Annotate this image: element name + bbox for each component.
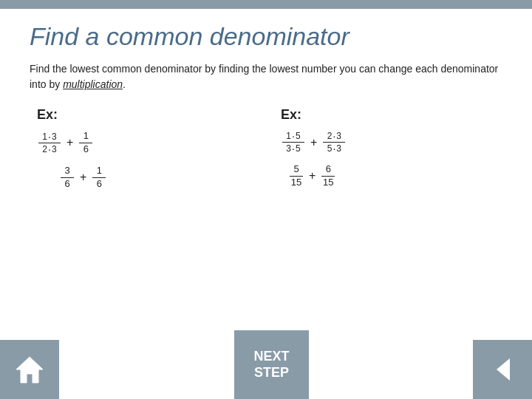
home-button[interactable]: [0, 340, 59, 399]
cdot2: ·: [48, 143, 51, 155]
right-frac3-den: 15: [291, 177, 301, 189]
plus-4: +: [309, 169, 316, 183]
right-frac-2: 2·3 5·3: [323, 130, 345, 154]
left-frac2-den: 6: [83, 143, 89, 156]
right-frac-4: 6 15: [321, 163, 335, 189]
left-frac4-den: 6: [97, 178, 102, 191]
right-frac4-num: 6: [326, 163, 331, 176]
description: Find the lowest common denominator by fi…: [30, 61, 502, 92]
right-frac-1: 1·5 3·5: [282, 130, 304, 154]
right-frac1-num: 1·5: [286, 130, 300, 142]
left-frac-2: 1 6: [79, 130, 92, 156]
svg-marker-1: [497, 358, 510, 381]
left-frac-3: 3 6: [61, 165, 74, 191]
top-bar: [0, 0, 532, 9]
left-frac2-num: 1: [83, 130, 89, 143]
left-frac-1: 1·3 2·3: [38, 131, 61, 155]
left-expr-1: 1·3 2·3 + 1 6: [37, 130, 94, 156]
plus-1: +: [66, 136, 73, 149]
plus-2: +: [80, 171, 86, 184]
left-frac1-den: 2·3: [42, 143, 56, 155]
plus-3: +: [310, 136, 317, 149]
cdot5: ·: [332, 130, 335, 142]
page-title: Find a common denominator: [30, 22, 502, 51]
right-frac2-den: 5·3: [327, 143, 341, 154]
examples-row: Ex: 1·3 2·3 + 1 6 3: [30, 107, 502, 197]
left-frac4-num: 1: [97, 165, 102, 177]
next-step-button[interactable]: NEXT STEP: [234, 330, 309, 399]
left-frac3-num: 3: [64, 165, 69, 177]
description-italic: multiplication: [63, 78, 123, 90]
ex-label-right: Ex:: [281, 107, 301, 123]
svg-marker-0: [16, 357, 43, 383]
right-frac1-den: 3·5: [286, 143, 300, 154]
next-step-line2: STEP: [254, 365, 289, 381]
left-frac-4: 1 6: [92, 165, 106, 191]
right-expr-2: 5 15 + 6 15: [288, 163, 336, 189]
left-frac3-den: 6: [64, 178, 69, 191]
next-step-line1: NEXT: [253, 349, 289, 365]
right-expr-1: 1·5 3·5 + 2·3 5·3: [281, 130, 347, 154]
cdot1: ·: [48, 131, 51, 143]
right-frac-3: 5 15: [290, 163, 303, 189]
arrow-icon: [488, 355, 517, 384]
cdot3: ·: [292, 130, 295, 142]
right-frac4-den: 15: [323, 177, 333, 189]
example-right: Ex: 1·5 3·5 + 2·3 5·3 5: [259, 107, 502, 195]
example-left: Ex: 1·3 2·3 + 1 6 3: [30, 107, 259, 197]
right-frac3-num: 5: [293, 163, 299, 176]
back-button[interactable]: [473, 340, 532, 399]
right-frac2-num: 2·3: [327, 130, 341, 142]
cdot6: ·: [332, 143, 335, 154]
ex-label-left: Ex:: [37, 107, 58, 123]
left-frac1-num: 1·3: [42, 131, 56, 143]
content-area: Find a common denominator Find the lowes…: [0, 9, 532, 204]
house-icon: [13, 353, 46, 386]
cdot4: ·: [292, 143, 295, 154]
left-expr-2: 3 6 + 1 6: [59, 165, 107, 191]
description-period: .: [123, 78, 126, 90]
